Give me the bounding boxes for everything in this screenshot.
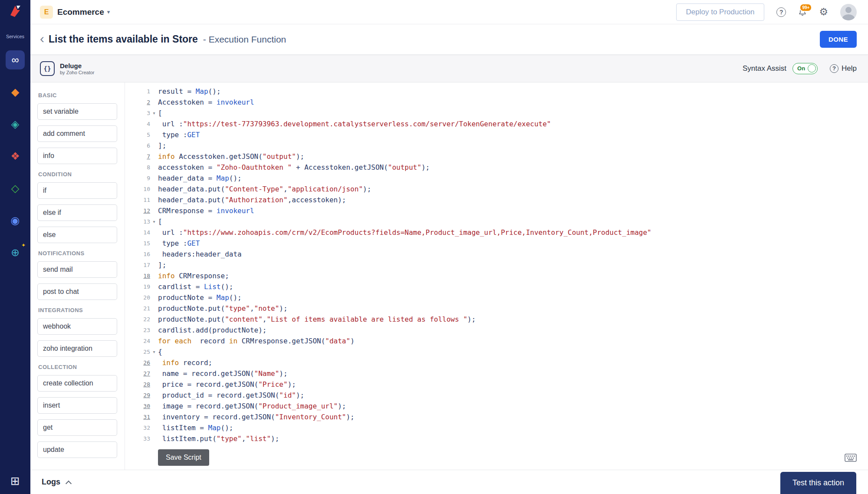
line-number[interactable]: 17 — [129, 262, 150, 268]
topbar: E Ecommerce ▾ Deploy to Production ? 99+… — [30, 0, 868, 24]
fold-toggle-icon[interactable]: ▾ — [150, 219, 158, 224]
code-text: productNote.put("content","List of items… — [158, 314, 476, 325]
line-number[interactable]: 19 — [129, 283, 150, 290]
avatar[interactable] — [840, 4, 857, 20]
notifications-bell-icon[interactable]: 99+ — [798, 7, 807, 17]
panel-item-insert[interactable]: insert — [37, 397, 117, 414]
line-number[interactable]: 8 — [129, 164, 150, 171]
settings-gear-icon[interactable]: ⚙ — [819, 7, 828, 17]
line-number[interactable]: 7 — [129, 153, 150, 160]
panel-item-get[interactable]: get — [37, 419, 117, 436]
help-question-icon: ? — [830, 64, 838, 73]
panel-item-set-variable[interactable]: set variable — [37, 103, 117, 120]
panel-section-label: NOTIFICATIONS — [38, 250, 118, 257]
code-editor[interactable]: 1result = Map();2Accesstoken = invokeurl… — [125, 82, 868, 470]
user-service-icon[interactable]: ◉ — [6, 211, 25, 230]
line-number[interactable]: 20 — [129, 294, 150, 301]
panel-item-post-to-chat[interactable]: post to chat — [37, 283, 117, 300]
datastore-service-icon[interactable]: ◈ — [6, 115, 25, 134]
code-text: [ — [158, 216, 162, 227]
code-line: 20productNote = Map(); — [129, 292, 868, 303]
panel-item-create-collection[interactable]: create collection — [37, 375, 117, 392]
editor-help-button[interactable]: ? Help — [830, 64, 857, 73]
syntax-assist-toggle[interactable]: On — [792, 63, 818, 74]
code-text: header_data.put("Authorization",accessto… — [158, 194, 346, 205]
panel-item-else-if[interactable]: else if — [37, 204, 117, 221]
line-number[interactable]: 26 — [129, 359, 150, 366]
diamond-orange-service-icon[interactable]: ◆ — [6, 82, 25, 102]
panel-item-webhook[interactable]: webhook — [37, 318, 117, 335]
code-line: 16 headers:header_data — [129, 249, 868, 260]
code-text: info Accesstoken.getJSON("output"); — [158, 151, 304, 162]
panel-section-label: CONDITION — [38, 171, 118, 178]
line-number[interactable]: 16 — [129, 251, 150, 257]
line-number[interactable]: 28 — [129, 381, 150, 388]
line-number[interactable]: 29 — [129, 392, 150, 398]
line-number[interactable]: 6 — [129, 142, 150, 149]
infinity-service-icon[interactable]: ∞ — [6, 50, 25, 69]
line-number[interactable]: 9 — [129, 175, 150, 181]
keyboard-shortcuts-icon[interactable] — [845, 454, 857, 462]
panel-item-info[interactable]: info — [37, 148, 117, 164]
line-number[interactable]: 12 — [129, 207, 150, 214]
code-text: listItem = Map(); — [158, 422, 233, 433]
help-icon[interactable]: ? — [776, 7, 786, 17]
page-subtitle: - Execution Function — [203, 34, 286, 45]
line-number[interactable]: 24 — [129, 338, 150, 344]
line-number[interactable]: 15 — [129, 240, 150, 247]
line-number[interactable]: 1 — [129, 88, 150, 95]
code-line: 1result = Map(); — [129, 86, 868, 97]
line-number[interactable]: 11 — [129, 197, 150, 203]
fold-toggle-icon[interactable]: ▾ — [150, 111, 158, 115]
panel-item-if[interactable]: if — [37, 182, 117, 199]
line-number[interactable]: 31 — [129, 414, 150, 420]
line-number[interactable]: 5 — [129, 132, 150, 138]
globe-service-glyph: ⊕ — [11, 247, 20, 258]
deluge-logo-icon: {} — [40, 61, 55, 76]
line-number[interactable]: 33 — [129, 435, 150, 442]
fold-toggle-icon[interactable]: ▾ — [150, 349, 158, 354]
code-line: 23cardlist.add(productNote); — [129, 325, 868, 336]
test-this-action-button[interactable]: Test this action — [780, 472, 856, 494]
panel-item-else[interactable]: else — [37, 227, 117, 243]
back-chevron-icon[interactable]: ‹ — [40, 32, 44, 47]
logs-collapse-chevron-icon[interactable] — [66, 480, 72, 486]
code-text: { — [158, 346, 162, 357]
line-number[interactable]: 3 — [129, 110, 150, 116]
code-line: 9header_data = Map(); — [129, 173, 868, 184]
line-number[interactable]: 22 — [129, 316, 150, 323]
deploy-to-production-button[interactable]: Deploy to Production — [676, 3, 765, 21]
line-number[interactable]: 14 — [129, 229, 150, 236]
line-number[interactable]: 32 — [129, 425, 150, 431]
cluster-service-icon[interactable]: ❖ — [6, 147, 25, 166]
app-switcher-caret-icon[interactable]: ▾ — [107, 9, 110, 15]
line-number[interactable]: 2 — [129, 99, 150, 105]
line-number[interactable]: 21 — [129, 305, 150, 312]
app-badge: E — [40, 6, 53, 19]
line-number[interactable]: 27 — [129, 370, 150, 377]
code-line: 6]; — [129, 140, 868, 151]
globe-service-icon[interactable]: ⊕✦ — [6, 243, 25, 262]
code-line: 25▾{ — [129, 346, 868, 357]
line-number[interactable]: 23 — [129, 327, 150, 333]
done-button[interactable]: DONE — [820, 31, 857, 48]
line-number[interactable]: 10 — [129, 186, 150, 192]
save-script-button[interactable]: Save Script — [158, 449, 209, 466]
code-line: 19cardlist = List(); — [129, 281, 868, 292]
panel-item-send-mail[interactable]: send mail — [37, 261, 117, 278]
panel-item-add-comment[interactable]: add comment — [37, 125, 117, 142]
code-line: 17]; — [129, 260, 868, 270]
catalyst-logo-icon[interactable] — [8, 4, 23, 19]
line-number[interactable]: 25 — [129, 349, 150, 355]
apps-grid-icon[interactable]: ⊞ — [10, 474, 20, 488]
code-text: ]; — [158, 140, 166, 151]
code-text: info record; — [158, 357, 212, 368]
diamond-green-service-icon[interactable]: ◇ — [6, 179, 25, 198]
logs-label[interactable]: Logs — [42, 478, 60, 487]
panel-item-update[interactable]: update — [37, 441, 117, 458]
line-number[interactable]: 18 — [129, 273, 150, 279]
panel-item-zoho-integration[interactable]: zoho integration — [37, 340, 117, 357]
line-number[interactable]: 4 — [129, 121, 150, 127]
line-number[interactable]: 30 — [129, 403, 150, 409]
line-number[interactable]: 13 — [129, 218, 150, 225]
